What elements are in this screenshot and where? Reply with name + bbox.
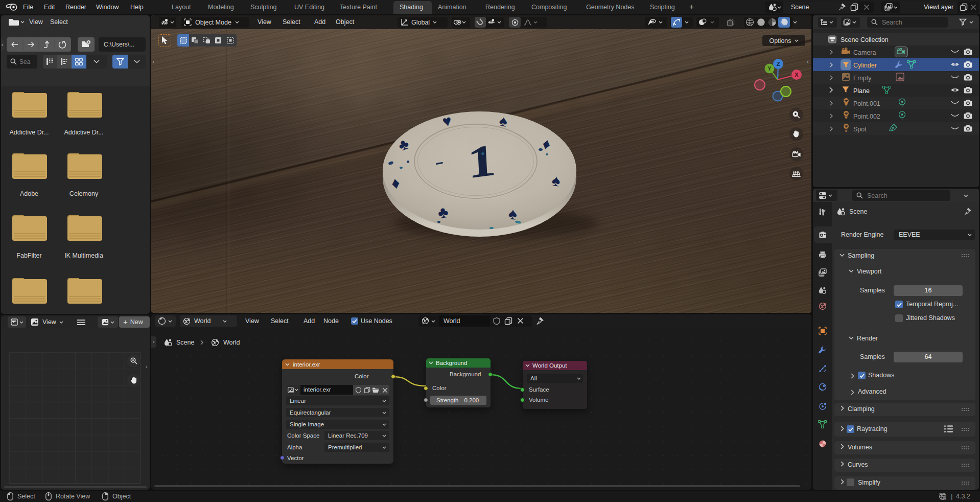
svg-text:Y: Y: [767, 65, 772, 72]
svg-text:Z: Z: [777, 61, 780, 67]
svg-text:X: X: [795, 72, 799, 78]
